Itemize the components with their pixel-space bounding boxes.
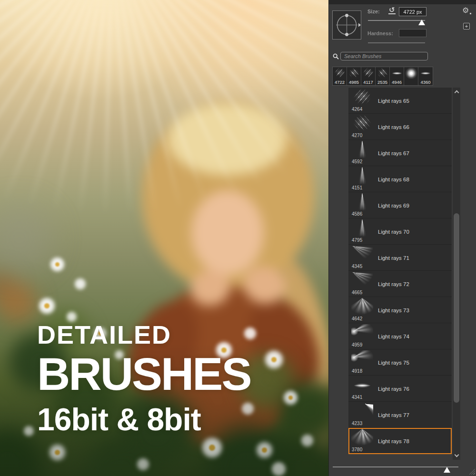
brush-thumbnail [351,377,373,395]
preset-brush[interactable]: 4722 [333,67,347,85]
brush-size: 4264 [352,107,362,112]
brush-list: 4264Light rays 654270Light rays 664592Li… [348,88,452,454]
recent-brushes-strip: 472249854117253549464360 [332,67,433,86]
gear-icon[interactable]: ⚙ [462,7,471,14]
brush-name: Light rays 65 [378,88,409,114]
preset-brush-thumbnail [390,68,404,79]
size-slider-thumb[interactable] [418,20,425,25]
brush-thumbnail [351,115,373,133]
hardness-slider-track[interactable] [368,42,425,43]
brush-row[interactable]: 4795Light rays 70 [348,218,452,245]
preset-brush[interactable]: 4117 [361,67,376,85]
reset-size-icon[interactable]: ↺ [388,6,396,14]
scroll-up-icon[interactable] [454,89,459,94]
brush-name: Light rays 71 [378,245,409,271]
preset-brush[interactable]: 4985 [347,67,361,85]
brush-size: 4642 [352,316,362,321]
preset-brush-size: 2535 [376,79,389,85]
brush-row[interactable]: 4151Light rays 68 [348,166,452,192]
brush-row[interactable]: 4233Light rays 77 [348,402,452,428]
preset-brush-size: 4985 [347,79,361,85]
hero-title-line1: DETAILED [37,322,250,347]
brush-row[interactable]: 4345Light rays 71 [348,245,452,271]
brush-size: 4959 [352,342,362,347]
brush-name: Light rays 66 [378,114,409,140]
panel-resize-grip[interactable] [469,468,475,475]
preset-brush[interactable] [404,67,418,85]
hardness-label: Hardness: [367,30,393,36]
brush-name: Light rays 78 [378,428,409,454]
brush-size: 4795 [352,238,362,243]
brush-thumbnail [351,246,373,264]
size-input[interactable]: 4722 px [399,7,426,16]
brush-size: 4270 [352,133,362,138]
brush-thumbnail [351,141,373,159]
preset-brush-size: 4722 [333,79,347,85]
preset-brush-size: 4117 [361,79,375,85]
brush-list-scrollbar[interactable] [453,88,460,460]
hero-title-line3: 16bit & 8bit [37,404,250,435]
search-brushes-input[interactable]: Search Brushes [340,52,428,60]
brush-thumbnail [351,89,373,107]
brush-row[interactable]: 4341Light rays 76 [348,376,452,402]
preset-brush-thumbnail [419,68,432,79]
hero-photo: DETAILED BRUSHES 16bit & 8bit [0,0,328,476]
preset-brush-thumbnail [347,68,361,79]
hero-text-block: DETAILED BRUSHES 16bit & 8bit [37,322,250,435]
brush-name: Light rays 77 [378,402,409,428]
brush-thumbnail [351,272,373,290]
hero-title-line2: BRUSHES [37,351,250,397]
preset-brush[interactable]: 2535 [376,67,390,85]
brush-name: Light rays 72 [378,271,409,297]
brush-size: 4592 [352,159,362,164]
preset-brush-thumbnail [376,68,389,79]
preset-brush[interactable]: 4946 [390,67,404,85]
brush-thumbnail [351,167,373,185]
brush-tip-preview[interactable] [332,10,361,40]
brush-row[interactable]: 4586Light rays 69 [348,192,452,218]
brush-thumbnail [351,403,373,421]
brush-thumbnail [351,298,373,316]
brush-row[interactable]: 4592Light rays 67 [348,140,452,166]
brush-name: Light rays 70 [378,218,409,245]
add-brush-button[interactable]: + [463,23,470,30]
brush-size: 4345 [352,264,362,269]
brush-row[interactable]: 4264Light rays 65 [348,88,452,114]
size-slider-track[interactable] [368,20,425,21]
preview-size-slider-thumb[interactable] [444,467,450,473]
preset-brush-size: 4360 [418,79,433,85]
scroll-down-icon[interactable] [454,453,459,458]
brush-size: 4151 [352,185,362,190]
brush-name: Light rays 76 [378,376,409,402]
gear-menu-dot [470,13,471,14]
brush-thumbnail [351,429,373,447]
brush-thumbnail [351,324,373,342]
brush-size: 4233 [352,421,362,426]
preset-brush-size: 4946 [390,79,404,85]
preview-size-slider-track[interactable] [333,466,458,467]
brush-row[interactable]: 4918Light rays 75 [348,349,452,376]
brush-thumbnail [351,219,373,238]
scrollbar-thumb[interactable] [454,213,459,403]
brush-name: Light rays 75 [378,349,409,376]
brushes-panel: Size: ↺ 4722 px ⚙ + Hardness: Search Bru… [328,0,476,476]
brush-size: 4918 [352,368,362,374]
preset-brush-thumbnail [405,68,418,79]
brush-row[interactable]: 4642Light rays 73 [348,297,452,323]
brush-row[interactable]: 4959Light rays 74 [348,323,452,349]
brush-row[interactable]: 4270Light rays 66 [348,114,452,140]
brush-size: 4665 [352,290,362,295]
search-icon [333,53,339,61]
brush-row[interactable]: 3780Light rays 78 [348,428,452,454]
brush-size: 4341 [352,395,362,400]
brush-name: Light rays 73 [378,297,409,323]
brush-size: 4586 [352,211,362,217]
brush-row[interactable]: 4665Light rays 72 [348,271,452,297]
search-placeholder: Search Brushes [344,53,381,59]
brush-name: Light rays 69 [378,192,409,218]
brush-thumbnail [351,350,373,368]
brush-name: Light rays 67 [378,140,409,166]
screenshot-root: DETAILED BRUSHES 16bit & 8bit Size: ↺ 47… [0,0,476,476]
preset-brush[interactable]: 4360 [418,67,433,85]
hardness-input[interactable] [399,29,426,37]
